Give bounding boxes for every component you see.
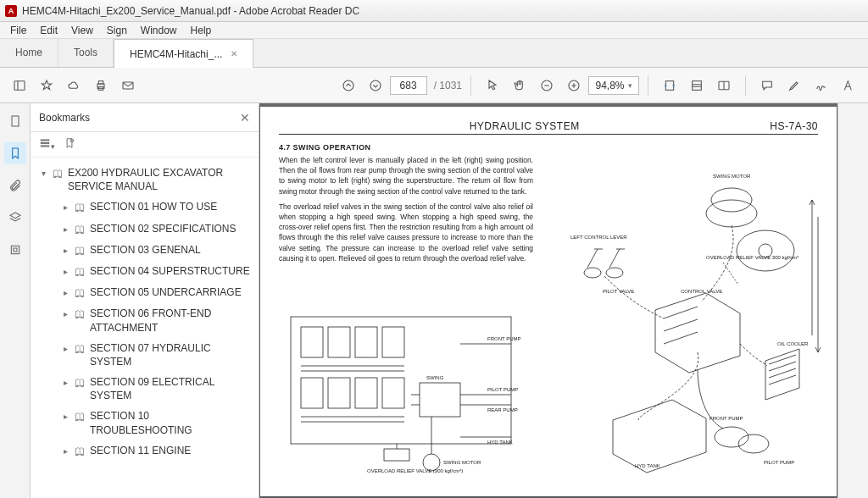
svg-line-66 [723,263,738,285]
attachments-button[interactable] [4,174,26,196]
bookmark-item[interactable]: ▸🕮SECTION 11 ENGINE [36,440,253,462]
right-rail[interactable] [837,103,868,498]
menu-help[interactable]: Help [184,23,219,38]
bookmark-label: SECTION 02 SPECIFICATIONS [90,222,250,235]
sign-button[interactable] [809,73,834,98]
bookmark-icon: 🕮 [75,286,85,300]
bookmark-item[interactable]: ▸🕮SECTION 01 HOW TO USE [36,196,253,218]
mail-button[interactable] [115,73,141,98]
chevron-right-icon[interactable]: ▸ [61,202,70,213]
tab-home[interactable]: Home [0,38,58,67]
bookmark-item[interactable]: ▸🕮SECTION 04 SUPERSTRUCTURE [36,261,253,282]
svg-rect-3 [98,80,103,83]
svg-text:CONTROL VALVE: CONTROL VALVE [681,289,722,294]
tab-document[interactable]: HEMC4M-Hitachi_... ✕ [114,39,253,68]
chevron-down-icon[interactable]: ▾ [39,168,47,180]
bookmark-label: SECTION 04 SUPERSTRUCTURE [90,264,250,278]
close-panel-icon[interactable]: ✕ [240,111,250,125]
bookmarks-toolbar: ▾ [31,132,259,158]
svg-rect-13 [665,80,673,90]
star-button[interactable] [34,73,59,98]
zoom-in-button[interactable] [561,73,587,98]
highlight-button[interactable] [782,73,807,98]
document-view[interactable]: HYDRAULIC SYSTEM HS-7A-30 4.7 SWING OPER… [259,103,837,498]
bookmark-item[interactable]: ▸🕮SECTION 02 SPECIFICATIONS [36,219,253,240]
bookmark-icon: 🕮 [75,342,85,356]
fit-page-button[interactable] [684,73,709,98]
thumbnails-button[interactable] [4,110,26,132]
bookmark-label: SECTION 07 HYDRAULIC SYSTEM [90,341,250,368]
bookmark-item[interactable]: ▸🕮SECTION 07 HYDRAULIC SYSTEM [36,338,253,372]
svg-rect-29 [328,378,350,408]
chevron-right-icon[interactable]: ▸ [61,245,70,257]
svg-text:SWING: SWING [426,375,444,380]
pointer-button[interactable] [480,73,505,98]
svg-text:SWING MOTOR: SWING MOTOR [713,174,751,179]
tab-tools[interactable]: Tools [58,38,114,67]
bookmark-item[interactable]: ▸🕮SECTION 03 GENENAL [36,240,253,261]
chevron-right-icon[interactable]: ▸ [61,377,70,389]
more-tools-button[interactable] [836,73,861,98]
chevron-right-icon[interactable]: ▸ [61,411,70,423]
read-mode-button[interactable] [711,73,737,98]
svg-rect-20 [41,142,48,143]
signatures-button[interactable] [4,239,26,261]
chevron-right-icon[interactable]: ▸ [61,224,70,235]
fit-width-button[interactable] [657,73,682,98]
svg-rect-25 [328,327,350,357]
svg-text:OVERLOAD RELIEF VALVE 300 kgf/: OVERLOAD RELIEF VALVE 300 kgf/cm² [706,255,798,260]
bookmark-label: SECTION 03 GENENAL [90,243,250,257]
hydraulic-schematic-diagram: SWING FRONT PUMP PILOT PUMP REAR PUMP HY… [284,310,538,479]
page-up-button[interactable] [336,73,361,98]
svg-point-56 [737,230,794,271]
zoom-out-button[interactable] [534,73,559,98]
bookmark-options-button[interactable]: ▾ [39,137,55,152]
page-down-button[interactable] [363,73,388,98]
bookmarks-tree[interactable]: ▾ 🕮 EX200 HYDRAULIC EXCAVATOR SERVICE MA… [31,158,259,498]
close-tab-icon[interactable]: ✕ [231,49,237,58]
svg-rect-17 [12,116,19,126]
menu-edit[interactable]: Edit [33,23,64,38]
svg-text:HYD TANK: HYD TANK [635,463,660,468]
svg-rect-0 [14,80,25,90]
print-button[interactable] [88,73,114,98]
bookmark-item[interactable]: ▸🕮SECTION 10 TROUBLESHOOTING [36,406,253,440]
svg-rect-5 [123,82,133,89]
svg-rect-19 [41,140,48,141]
cloud-button[interactable] [61,73,86,98]
app-icon: A [5,5,17,17]
bookmark-label: SECTION 09 ELECTRICAL SYSTEM [90,375,250,402]
svg-text:FRONT PUMP: FRONT PUMP [487,336,521,341]
tab-document-label: HEMC4M-Hitachi_... [130,48,222,60]
bookmark-root[interactable]: ▾ 🕮 EX200 HYDRAULIC EXCAVATOR SERVICE MA… [36,163,253,196]
bookmark-icon: 🕮 [53,167,63,180]
bookmark-item[interactable]: ▸🕮SECTION 05 UNDERCARRIAGE [36,282,253,303]
svg-rect-21 [41,146,48,147]
menu-sign[interactable]: Sign [100,23,134,38]
svg-point-7 [370,80,381,91]
chevron-right-icon[interactable]: ▸ [61,287,70,299]
find-bookmark-button[interactable] [64,137,75,152]
menu-file[interactable]: File [3,23,33,38]
bookmark-icon: 🕮 [75,223,85,236]
svg-point-55 [706,200,757,227]
svg-rect-23 [291,317,511,444]
chevron-right-icon[interactable]: ▸ [61,343,70,355]
sidebar-toggle-button[interactable] [7,73,32,98]
chevron-right-icon[interactable]: ▸ [61,308,70,320]
layers-button[interactable] [4,207,26,229]
bookmarks-button[interactable] [4,142,26,164]
comment-button[interactable] [754,73,780,98]
chevron-right-icon[interactable]: ▸ [61,445,70,457]
hand-button[interactable] [507,73,532,98]
menu-window[interactable]: Window [134,23,184,38]
svg-rect-14 [693,80,702,90]
menu-view[interactable]: View [64,23,100,38]
zoom-dropdown[interactable]: 94,8%▾ [588,76,639,95]
svg-text:PILOT PUMP: PILOT PUMP [487,387,518,392]
svg-rect-18 [11,246,19,253]
page-number-input[interactable] [390,76,427,95]
chevron-right-icon[interactable]: ▸ [61,266,70,278]
bookmark-item[interactable]: ▸🕮SECTION 09 ELECTRICAL SYSTEM [36,372,253,406]
bookmark-item[interactable]: ▸🕮SECTION 06 FRONT-END ATTACHMENT [36,303,253,337]
